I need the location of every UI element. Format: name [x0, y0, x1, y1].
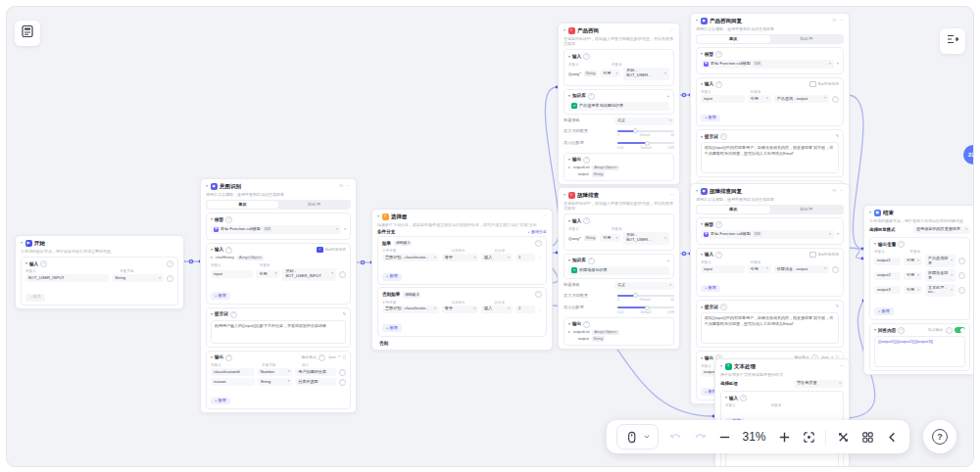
end-var-value-select[interactable]: 故障排查回复▾ [925, 269, 956, 282]
end-var-value-select[interactable]: 产品咨询回复▾ [925, 255, 956, 267]
add-knowledge-icon[interactable]: + [667, 259, 669, 263]
remove-row-icon[interactable]: − [832, 266, 839, 273]
chevron-down-icon[interactable]: ▾ [701, 306, 703, 309]
bot-history-checkbox[interactable] [809, 252, 816, 259]
collapse-chevron-icon[interactable]: ▾ [377, 214, 379, 218]
remove-row-icon[interactable]: − [958, 287, 965, 294]
tab-single[interactable]: 单次 [697, 35, 770, 43]
run-icon[interactable]: ▷ [340, 184, 343, 189]
chevron-down-icon[interactable]: ▾ [568, 158, 570, 162]
output-name-field[interactable]: classificationId [211, 368, 255, 376]
add-knowledge-icon[interactable]: + [667, 94, 669, 99]
stream-toggle[interactable] [955, 327, 965, 333]
collapse-chevron-icon[interactable]: ▾ [564, 193, 565, 197]
pointer-mode-button[interactable] [616, 424, 659, 449]
add-branch-button[interactable]: + 新增分支 [528, 229, 547, 234]
drag-handle-icon[interactable]: ⋮ [538, 307, 542, 312]
more-icon[interactable]: ··· [840, 19, 845, 24]
end-var-mode-select[interactable]: 引用▾ [904, 258, 922, 265]
node-header[interactable]: ▾ T 文本处理 ··· [715, 359, 849, 372]
start-field-type-select[interactable]: String▾ [112, 274, 164, 282]
tab-batch[interactable]: 批处理 [770, 35, 844, 43]
query-mode-select[interactable]: 引用▾ [600, 70, 620, 77]
chevron-down-icon[interactable]: ▾ [568, 259, 570, 262]
tab-batch[interactable]: 批处理 [770, 206, 844, 213]
chevron-down-icon[interactable]: ▾ [25, 261, 27, 265]
notes-button[interactable] [15, 21, 40, 46]
reply-mode-select[interactable]: 使用设定的内容直接回复▾ [913, 226, 970, 234]
chevron-down-icon[interactable]: ▾ [725, 396, 727, 400]
node-header[interactable]: ▾ ◆ 故障排查回复 ▷··· [691, 184, 849, 197]
chevron-down-icon[interactable]: ▾ [568, 322, 570, 326]
collapse-chevron-icon[interactable]: ▾ [21, 241, 23, 245]
minimap-button[interactable] [859, 429, 875, 445]
add-row-button[interactable]: + 新增 [701, 285, 720, 293]
output-desc-field[interactable]: 分类的原因 [295, 378, 336, 386]
query-mode-select[interactable]: 引用▾ [600, 234, 620, 242]
collapse-chevron-icon[interactable]: ▾ [206, 184, 208, 188]
output-desc-field[interactable]: 用户问题的分类 [295, 368, 336, 376]
answer-textarea[interactable]: {{output1}}{{output2}}{{output3}} [874, 336, 965, 367]
chevron-down-icon[interactable]: ▾ [211, 312, 213, 316]
process-mode-select[interactable]: 字符串拼接▾ [794, 380, 844, 388]
optimize-prompt-icon[interactable]: ✎ [343, 312, 346, 317]
bot-history-checkbox[interactable]: ✓ [317, 247, 323, 254]
chevron-down-icon[interactable]: ▾ [701, 222, 703, 226]
add-condition-button[interactable]: + 新增 [382, 324, 402, 332]
input-mode-select[interactable]: 引用▾ [748, 265, 771, 273]
more-icon[interactable]: ··· [670, 193, 675, 198]
fit-view-button[interactable] [801, 429, 816, 445]
condition-value-mode-select[interactable]: 输入▾ [481, 254, 513, 261]
prompt-textarea[interactable]: 根据{{input}}中内容回复用户，如果没有相关内容，则直接回复“对不起，这个… [701, 142, 839, 173]
branch-menu-icon[interactable]: − [535, 291, 542, 298]
input-value-select[interactable]: 产品咨询 - output▾ [774, 95, 829, 103]
node-header[interactable]: ▾ Y 选择器 ··· [372, 210, 552, 222]
input-mode-select[interactable]: 引用▾ [748, 95, 771, 103]
add-row-button[interactable]: + 新增 [211, 398, 230, 405]
chevron-down-icon[interactable]: ▾ [701, 82, 703, 86]
help-button[interactable]: ? [923, 420, 956, 453]
start-field-name-input[interactable]: BOT_USER_INPUT [25, 274, 109, 282]
node-header[interactable]: ▾ ▣ 结束 [864, 206, 974, 218]
undo-icon[interactable] [667, 429, 683, 445]
model-select[interactable]: ◆豆包·Function call模型32K▾ [211, 225, 341, 234]
end-var-mode-select[interactable]: 引用▾ [904, 272, 922, 280]
zoom-level[interactable]: 31% [741, 430, 767, 444]
arrange-nodes-button[interactable] [835, 429, 851, 445]
drag-handle-icon[interactable]: ⋮ [538, 256, 542, 260]
end-var-value-select[interactable]: 文本处理 - ou...▾ [925, 284, 956, 297]
chevron-down-icon[interactable]: ▾ [211, 248, 213, 252]
run-icon[interactable]: ▷ [833, 189, 836, 194]
model-select[interactable]: ◆豆包·Function call模型32K▾ [701, 60, 834, 69]
more-icon[interactable]: ··· [840, 189, 845, 194]
min-match-slider[interactable]: 0.01Default0.99 [617, 140, 674, 150]
condition-value-mode-select[interactable]: 输入▾ [481, 306, 513, 313]
output-type-select[interactable]: Number▾ [258, 368, 293, 376]
model-settings-icon[interactable]: ≡ [837, 232, 839, 237]
node-header[interactable]: ▾ ▶ 开始 [16, 236, 183, 249]
chevron-right-icon[interactable]: ▸ [568, 165, 570, 169]
condition-ref-select[interactable]: 意图识别 - classificatio...▾ [382, 254, 439, 261]
model-settings-icon[interactable]: ≡ [837, 62, 839, 67]
input-mode-select[interactable]: 引用▾ [256, 270, 279, 278]
output-format-select[interactable]: Json [328, 355, 336, 360]
more-icon[interactable]: ··· [840, 364, 845, 369]
node-intent[interactable]: ▾ ◆ 意图识别 ▷··· 调用大语言模型，使用变量和提示词生成回复 单次 批处… [200, 178, 357, 413]
node-selector[interactable]: ▾ Y 选择器 ··· 连接多个下游分支，若设定的条件成立则仅运行对应的分支，若… [371, 209, 553, 351]
chevron-down-icon[interactable]: ▾ [701, 356, 703, 360]
zoom-in-button[interactable] [776, 429, 792, 445]
copy-icon[interactable]: ▢ [342, 355, 346, 360]
end-var-mode-select[interactable]: 引用▾ [904, 286, 922, 294]
add-field-icon[interactable]: + [167, 260, 173, 267]
condition-op-select[interactable]: 等于▾ [442, 306, 479, 313]
node-header[interactable]: ▾ ≡ 产品咨询 ··· [559, 24, 679, 36]
query-value-select[interactable]: 开始 - BOT_USER...▾ [623, 232, 669, 245]
collapse-chevron-icon[interactable]: ▾ [869, 211, 871, 214]
input-name-field[interactable]: input [211, 270, 253, 278]
model-select[interactable]: ◆豆包·Function call模型32K▾ [701, 230, 834, 239]
input-name-field[interactable]: input [701, 95, 745, 103]
node-header[interactable]: ▾ ◆ 意图识别 ▷··· [201, 179, 356, 192]
chevron-down-icon[interactable]: ▾ [568, 219, 570, 223]
end-var-name-field[interactable]: output2 [874, 272, 901, 280]
remove-row-icon[interactable]: − [958, 272, 965, 279]
